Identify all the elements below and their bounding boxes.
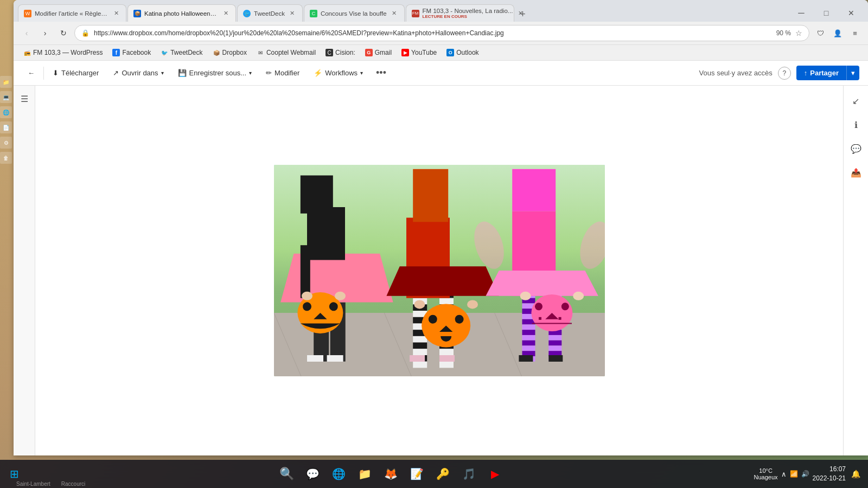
- bookmark-tweetdeck[interactable]: 🐦 TweetDeck: [156, 47, 207, 58]
- tab-5-close[interactable]: ✕: [516, 9, 525, 18]
- desktop-icon-5[interactable]: ⚙: [0, 137, 12, 149]
- workflows-button[interactable]: ⚡ Workflows ▾: [308, 66, 368, 80]
- address-bar[interactable]: 🔒 https://www.dropbox.com/home/dropbox%2…: [74, 25, 809, 41]
- fm103-favicon: 📻: [23, 49, 31, 56]
- bookmark-dropbox-label: Dropbox: [222, 49, 247, 56]
- taskbar-addon3[interactable]: ▶: [483, 462, 507, 486]
- collapse-panel-button[interactable]: ↙: [847, 92, 865, 110]
- edit-button[interactable]: ✏ Modifier: [260, 66, 305, 80]
- tab-5[interactable]: FM FM 103,3 - Nouvelles, La radio... LEC…: [406, 4, 514, 22]
- tab-4-label: Concours Vise la bouffe: [321, 10, 387, 17]
- desktop-icon-6[interactable]: 🗑: [0, 152, 12, 164]
- bookmark-dropbox[interactable]: 📦 Dropbox: [208, 47, 251, 58]
- facebook-favicon: f: [112, 49, 120, 56]
- tray-show-hidden[interactable]: ∧: [781, 470, 787, 478]
- taskbar-libreoffice[interactable]: 📝: [405, 462, 429, 486]
- browser-window: W Modifier l'article « Règles de se... ✕…: [14, 0, 868, 455]
- bookmark-gmail[interactable]: G Gmail: [361, 47, 396, 58]
- taskbar-explorer[interactable]: 📁: [353, 462, 377, 486]
- zoom-level: 90 %: [776, 29, 791, 37]
- tray-volume-icon[interactable]: 🔊: [801, 470, 809, 478]
- halloween-image: [274, 165, 605, 376]
- minimize-button[interactable]: ─: [789, 4, 814, 22]
- desktop-icon-3[interactable]: 🌐: [0, 106, 12, 118]
- open-in-icon: ↗: [113, 69, 119, 77]
- bookmark-cision-label: Cision:: [335, 49, 355, 56]
- tab-2[interactable]: 📦 Katina photo Halloween Cand... ✕: [127, 4, 236, 22]
- cision-favicon: C: [326, 49, 333, 56]
- taskbar-teams[interactable]: 💬: [301, 462, 325, 486]
- bookmark-youtube[interactable]: ▶ YouTube: [397, 47, 441, 58]
- share-caret-button[interactable]: ▾: [846, 66, 859, 80]
- bookmarks-bar: 📻 FM 103,3 — WordPress f Facebook 🐦 Twee…: [14, 45, 868, 61]
- gmail-favicon: G: [365, 49, 373, 56]
- forward-button[interactable]: ›: [37, 25, 53, 41]
- weather-widget[interactable]: 10°C Nuageux: [754, 467, 778, 480]
- taskbar-edge[interactable]: 🌐: [327, 462, 351, 486]
- temperature: 10°C: [754, 467, 778, 474]
- tab-3-close[interactable]: ✕: [288, 9, 297, 18]
- workflows-label: Workflows: [325, 69, 358, 77]
- comment-button[interactable]: 💬: [847, 140, 865, 157]
- notification-center[interactable]: 🔔: [849, 467, 863, 480]
- clock-widget[interactable]: 16:07 2022-10-21: [813, 465, 846, 483]
- cooptel-favicon: ✉: [257, 49, 264, 56]
- bookmark-cision[interactable]: C Cision:: [321, 47, 360, 58]
- refresh-button[interactable]: ↻: [56, 25, 71, 41]
- share-panel-button[interactable]: 📤: [847, 164, 865, 181]
- tab-4[interactable]: C Concours Vise la bouffe ✕: [304, 4, 405, 22]
- taskbar-search[interactable]: 🔍: [275, 462, 299, 486]
- tab-1-favicon: W: [24, 10, 31, 17]
- download-button[interactable]: ⬇ Télécharger: [47, 66, 104, 80]
- addon2-icon: 🎵: [462, 467, 476, 480]
- tray-network-icon[interactable]: 📶: [790, 470, 798, 478]
- desktop-icon-1[interactable]: 📁: [0, 76, 12, 88]
- desktop-icon-4[interactable]: 📄: [0, 121, 12, 133]
- share-button[interactable]: ↑ Partager: [796, 66, 846, 80]
- back-nav-button[interactable]: ←: [22, 66, 40, 80]
- back-button[interactable]: ‹: [19, 25, 34, 41]
- youtube-favicon: ▶: [401, 49, 409, 56]
- bookmark-fm103[interactable]: 📻 FM 103,3 — WordPress: [19, 47, 107, 58]
- sidebar-toggle-button[interactable]: ☰: [16, 90, 33, 107]
- extensions-button[interactable]: 🛡: [813, 25, 828, 41]
- taskbar-addon2[interactable]: 🎵: [457, 462, 481, 486]
- tab-1[interactable]: W Modifier l'article « Règles de se... ✕: [18, 4, 126, 22]
- folder-icon: 📁: [358, 467, 372, 480]
- bookmark-outlook[interactable]: O Outlook: [442, 47, 483, 58]
- share-icon: ↑: [804, 69, 808, 77]
- addon1-icon: 🔑: [436, 467, 450, 480]
- clock-date: 2022-10-21: [813, 474, 846, 483]
- open-in-button[interactable]: ↗ Ouvrir dans ▾: [107, 66, 169, 80]
- url-text: https://www.dropbox.com/home/dropbox%20(…: [94, 29, 772, 37]
- save-as-button[interactable]: 💾 Enregistrer sous... ▾: [173, 66, 258, 80]
- teams-icon: 💬: [306, 467, 320, 480]
- download-icon: ⬇: [53, 69, 59, 77]
- taskbar-center: 🔍 💬 🌐 📁 🦊 📝 🔑 🎵 ▶: [28, 462, 754, 486]
- tab-3-favicon: 🐦: [243, 10, 251, 17]
- taskbar-addon1[interactable]: 🔑: [431, 462, 455, 486]
- tab-3[interactable]: 🐦 TweetDeck ✕: [237, 4, 303, 22]
- bookmark-facebook[interactable]: f Facebook: [108, 47, 155, 58]
- close-button[interactable]: ✕: [839, 4, 864, 22]
- more-options-button[interactable]: •••: [372, 65, 391, 81]
- toolbar-divider-1: [43, 67, 44, 80]
- edit-icon: ✏: [266, 69, 272, 77]
- desktop-icon-2[interactable]: 💻: [0, 91, 12, 103]
- tab-2-close[interactable]: ✕: [221, 9, 230, 18]
- help-button[interactable]: ?: [778, 67, 791, 80]
- menu-button[interactable]: ≡: [847, 25, 863, 41]
- info-button[interactable]: ℹ: [847, 116, 865, 133]
- tab-4-close[interactable]: ✕: [390, 9, 399, 18]
- taskbar-firefox[interactable]: 🦊: [379, 462, 403, 486]
- tab-1-close[interactable]: ✕: [112, 9, 120, 18]
- taskbar: ⊞ 🔍 💬 🌐 📁 🦊 📝 🔑 🎵 ▶: [0, 460, 868, 488]
- tab-bar: W Modifier l'article « Règles de se... ✕…: [14, 0, 868, 22]
- bookmark-fm103-label: FM 103,3 — WordPress: [33, 49, 103, 56]
- bookmark-cooptel[interactable]: ✉ Cooptel Webmail: [252, 47, 320, 58]
- profile-button[interactable]: 👤: [830, 25, 845, 41]
- start-button[interactable]: ⊞: [0, 467, 28, 480]
- bookmark-star-icon[interactable]: ☆: [795, 29, 802, 37]
- maximize-button[interactable]: □: [814, 4, 839, 22]
- back-nav-icon: ←: [28, 69, 35, 77]
